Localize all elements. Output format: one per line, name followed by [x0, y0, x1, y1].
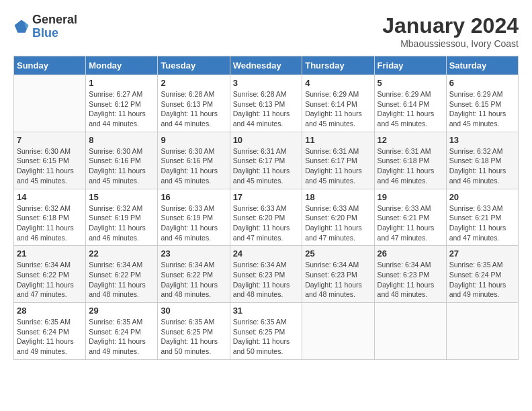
calendar-cell — [374, 303, 446, 360]
day-detail: Sunrise: 6:32 AM Sunset: 6:19 PM Dayligh… — [89, 203, 154, 243]
day-number: 9 — [161, 135, 226, 145]
day-header-thursday: Thursday — [302, 56, 374, 75]
day-number: 11 — [305, 135, 371, 145]
day-detail: Sunrise: 6:29 AM Sunset: 6:15 PM Dayligh… — [449, 89, 515, 129]
day-number: 3 — [233, 78, 300, 88]
day-detail: Sunrise: 6:29 AM Sunset: 6:14 PM Dayligh… — [305, 89, 371, 129]
calendar-cell: 17Sunrise: 6:33 AM Sunset: 6:20 PM Dayli… — [230, 189, 302, 246]
calendar-cell: 25Sunrise: 6:34 AM Sunset: 6:23 PM Dayli… — [302, 246, 374, 303]
day-number: 12 — [378, 135, 443, 145]
logo-icon — [13, 19, 30, 35]
day-number: 28 — [17, 306, 83, 316]
calendar-cell: 13Sunrise: 6:32 AM Sunset: 6:18 PM Dayli… — [446, 132, 518, 189]
day-detail: Sunrise: 6:31 AM Sunset: 6:18 PM Dayligh… — [378, 146, 443, 186]
day-number: 17 — [233, 192, 300, 202]
calendar-cell: 29Sunrise: 6:35 AM Sunset: 6:24 PM Dayli… — [86, 303, 158, 360]
day-number: 15 — [89, 192, 154, 202]
calendar-cell: 10Sunrise: 6:31 AM Sunset: 6:17 PM Dayli… — [230, 132, 302, 189]
day-detail: Sunrise: 6:31 AM Sunset: 6:17 PM Dayligh… — [305, 146, 371, 186]
day-number: 2 — [161, 78, 226, 88]
day-number: 20 — [449, 192, 515, 202]
day-number: 1 — [89, 78, 154, 88]
day-number: 26 — [378, 248, 443, 259]
day-detail: Sunrise: 6:34 AM Sunset: 6:22 PM Dayligh… — [17, 260, 83, 300]
calendar-cell: 20Sunrise: 6:33 AM Sunset: 6:21 PM Dayli… — [446, 189, 518, 246]
calendar-cell: 4Sunrise: 6:29 AM Sunset: 6:14 PM Daylig… — [302, 75, 374, 132]
calendar-cell: 26Sunrise: 6:34 AM Sunset: 6:23 PM Dayli… — [374, 246, 446, 303]
calendar-cell: 2Sunrise: 6:28 AM Sunset: 6:13 PM Daylig… — [158, 75, 230, 132]
day-detail: Sunrise: 6:29 AM Sunset: 6:14 PM Dayligh… — [378, 89, 443, 129]
day-detail: Sunrise: 6:35 AM Sunset: 6:24 PM Dayligh… — [89, 317, 154, 357]
logo-text-blue: Blue — [32, 27, 77, 40]
day-detail: Sunrise: 6:34 AM Sunset: 6:22 PM Dayligh… — [89, 260, 154, 300]
calendar-cell: 15Sunrise: 6:32 AM Sunset: 6:19 PM Dayli… — [86, 189, 158, 246]
day-header-sunday: Sunday — [14, 56, 86, 75]
calendar-cell: 8Sunrise: 6:30 AM Sunset: 6:16 PM Daylig… — [86, 132, 158, 189]
calendar-cell: 19Sunrise: 6:33 AM Sunset: 6:21 PM Dayli… — [374, 189, 446, 246]
day-detail: Sunrise: 6:31 AM Sunset: 6:17 PM Dayligh… — [233, 146, 300, 186]
day-number: 21 — [17, 248, 83, 259]
day-detail: Sunrise: 6:32 AM Sunset: 6:18 PM Dayligh… — [449, 146, 515, 186]
calendar-cell: 3Sunrise: 6:28 AM Sunset: 6:13 PM Daylig… — [230, 75, 302, 132]
day-number: 4 — [305, 78, 371, 88]
calendar-cell: 14Sunrise: 6:32 AM Sunset: 6:18 PM Dayli… — [14, 189, 86, 246]
day-number: 10 — [233, 135, 300, 145]
calendar-cell: 7Sunrise: 6:30 AM Sunset: 6:15 PM Daylig… — [14, 132, 86, 189]
calendar-cell — [302, 303, 374, 360]
calendar-cell: 22Sunrise: 6:34 AM Sunset: 6:22 PM Dayli… — [86, 246, 158, 303]
day-number: 29 — [89, 306, 154, 316]
calendar-cell: 31Sunrise: 6:35 AM Sunset: 6:25 PM Dayli… — [230, 303, 302, 360]
day-number: 13 — [449, 135, 515, 145]
day-detail: Sunrise: 6:35 AM Sunset: 6:25 PM Dayligh… — [233, 317, 300, 357]
day-header-monday: Monday — [86, 56, 158, 75]
day-header-saturday: Saturday — [446, 56, 518, 75]
calendar-cell: 28Sunrise: 6:35 AM Sunset: 6:24 PM Dayli… — [14, 303, 86, 360]
day-detail: Sunrise: 6:34 AM Sunset: 6:23 PM Dayligh… — [233, 260, 300, 300]
calendar-cell: 30Sunrise: 6:35 AM Sunset: 6:25 PM Dayli… — [158, 303, 230, 360]
day-header-wednesday: Wednesday — [230, 56, 302, 75]
day-number: 14 — [17, 192, 83, 202]
day-detail: Sunrise: 6:35 AM Sunset: 6:25 PM Dayligh… — [161, 317, 226, 357]
day-number: 25 — [305, 248, 371, 259]
calendar-title: January 2024 — [382, 13, 519, 38]
calendar-cell: 21Sunrise: 6:34 AM Sunset: 6:22 PM Dayli… — [14, 246, 86, 303]
day-number: 8 — [89, 135, 154, 145]
logo: General Blue — [13, 13, 77, 40]
day-number: 6 — [449, 78, 515, 88]
calendar-cell: 27Sunrise: 6:35 AM Sunset: 6:24 PM Dayli… — [446, 246, 518, 303]
logo-text-general: General — [32, 13, 77, 27]
calendar-cell: 12Sunrise: 6:31 AM Sunset: 6:18 PM Dayli… — [374, 132, 446, 189]
page-header: General Blue January 2024 Mbaoussiessou,… — [13, 13, 519, 49]
calendar-table: SundayMondayTuesdayWednesdayThursdayFrid… — [13, 56, 519, 360]
calendar-cell: 24Sunrise: 6:34 AM Sunset: 6:23 PM Dayli… — [230, 246, 302, 303]
day-header-tuesday: Tuesday — [158, 56, 230, 75]
day-detail: Sunrise: 6:34 AM Sunset: 6:23 PM Dayligh… — [305, 260, 371, 300]
calendar-subtitle: Mbaoussiessou, Ivory Coast — [382, 38, 519, 49]
day-number: 19 — [378, 192, 443, 202]
day-detail: Sunrise: 6:32 AM Sunset: 6:18 PM Dayligh… — [17, 203, 83, 243]
calendar-cell: 9Sunrise: 6:30 AM Sunset: 6:16 PM Daylig… — [158, 132, 230, 189]
day-detail: Sunrise: 6:34 AM Sunset: 6:23 PM Dayligh… — [378, 260, 443, 300]
day-number: 24 — [233, 248, 300, 259]
day-detail: Sunrise: 6:34 AM Sunset: 6:22 PM Dayligh… — [161, 260, 226, 300]
title-block: January 2024 Mbaoussiessou, Ivory Coast — [382, 13, 519, 49]
day-detail: Sunrise: 6:28 AM Sunset: 6:13 PM Dayligh… — [161, 89, 226, 129]
day-number: 7 — [17, 135, 83, 145]
day-number: 5 — [378, 78, 443, 88]
calendar-cell: 16Sunrise: 6:33 AM Sunset: 6:19 PM Dayli… — [158, 189, 230, 246]
calendar-cell: 6Sunrise: 6:29 AM Sunset: 6:15 PM Daylig… — [446, 75, 518, 132]
day-detail: Sunrise: 6:27 AM Sunset: 6:12 PM Dayligh… — [89, 89, 154, 129]
day-detail: Sunrise: 6:33 AM Sunset: 6:19 PM Dayligh… — [161, 203, 226, 243]
calendar-cell: 18Sunrise: 6:33 AM Sunset: 6:20 PM Dayli… — [302, 189, 374, 246]
day-detail: Sunrise: 6:35 AM Sunset: 6:24 PM Dayligh… — [17, 317, 83, 357]
day-number: 27 — [449, 248, 515, 259]
calendar-cell: 11Sunrise: 6:31 AM Sunset: 6:17 PM Dayli… — [302, 132, 374, 189]
day-detail: Sunrise: 6:30 AM Sunset: 6:16 PM Dayligh… — [161, 146, 226, 186]
day-detail: Sunrise: 6:33 AM Sunset: 6:21 PM Dayligh… — [449, 203, 515, 243]
day-detail: Sunrise: 6:35 AM Sunset: 6:24 PM Dayligh… — [449, 260, 515, 300]
calendar-cell — [14, 75, 86, 132]
calendar-cell: 23Sunrise: 6:34 AM Sunset: 6:22 PM Dayli… — [158, 246, 230, 303]
day-number: 23 — [161, 248, 226, 259]
day-number: 18 — [305, 192, 371, 202]
calendar-cell: 5Sunrise: 6:29 AM Sunset: 6:14 PM Daylig… — [374, 75, 446, 132]
